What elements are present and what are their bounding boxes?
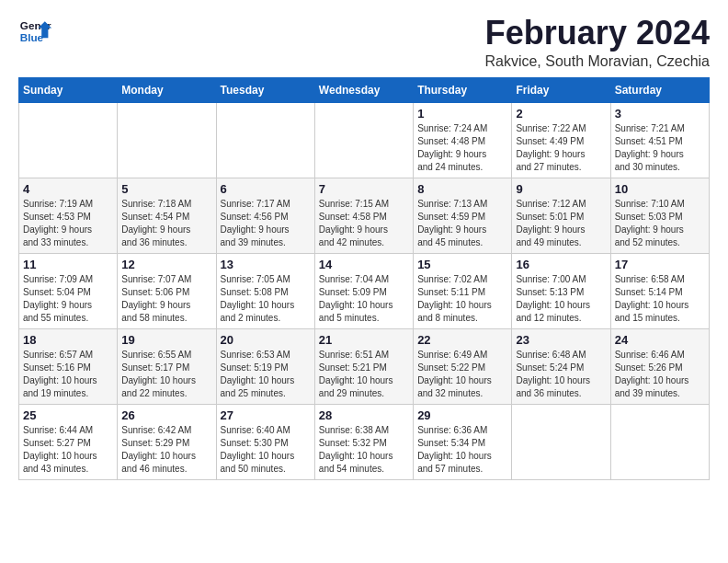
calendar-cell: 5Sunrise: 7:18 AM Sunset: 4:54 PM Daylig… [118, 178, 216, 253]
svg-text:Blue: Blue [20, 31, 44, 43]
day-info: Sunrise: 6:36 AM Sunset: 5:34 PM Dayligh… [417, 424, 507, 476]
calendar-table: SundayMondayTuesdayWednesdayThursdayFrid… [18, 77, 710, 480]
day-number: 9 [516, 182, 606, 196]
day-number: 28 [319, 408, 409, 422]
calendar-cell: 25Sunrise: 6:44 AM Sunset: 5:27 PM Dayli… [19, 404, 118, 479]
day-number: 19 [121, 333, 211, 347]
day-number: 12 [121, 258, 211, 271]
calendar-cell [216, 102, 314, 178]
day-info: Sunrise: 6:40 AM Sunset: 5:30 PM Dayligh… [221, 424, 311, 476]
day-info: Sunrise: 7:04 AM Sunset: 5:09 PM Dayligh… [319, 273, 409, 325]
calendar-cell: 28Sunrise: 6:38 AM Sunset: 5:32 PM Dayli… [314, 404, 413, 479]
calendar-cell: 18Sunrise: 6:57 AM Sunset: 5:16 PM Dayli… [19, 328, 118, 404]
day-info: Sunrise: 6:46 AM Sunset: 5:26 PM Dayligh… [615, 349, 705, 400]
day-info: Sunrise: 6:57 AM Sunset: 5:16 PM Dayligh… [23, 349, 113, 400]
day-info: Sunrise: 7:17 AM Sunset: 4:56 PM Dayligh… [221, 198, 311, 249]
day-info: Sunrise: 6:49 AM Sunset: 5:22 PM Dayligh… [417, 349, 507, 400]
day-number: 8 [417, 182, 507, 196]
day-number: 25 [23, 408, 113, 422]
calendar-week-row: 4Sunrise: 7:19 AM Sunset: 4:53 PM Daylig… [19, 178, 710, 253]
day-info: Sunrise: 7:09 AM Sunset: 5:04 PM Dayligh… [23, 273, 113, 325]
day-info: Sunrise: 6:42 AM Sunset: 5:29 PM Dayligh… [121, 424, 211, 476]
day-number: 4 [23, 182, 113, 196]
calendar-cell [118, 102, 216, 178]
day-number: 18 [23, 333, 113, 347]
day-number: 23 [516, 333, 606, 347]
day-info: Sunrise: 7:22 AM Sunset: 4:49 PM Dayligh… [516, 122, 606, 174]
day-info: Sunrise: 7:10 AM Sunset: 5:03 PM Dayligh… [615, 198, 705, 249]
calendar-cell: 2Sunrise: 7:22 AM Sunset: 4:49 PM Daylig… [512, 102, 610, 178]
day-number: 22 [417, 333, 507, 347]
calendar-cell: 21Sunrise: 6:51 AM Sunset: 5:21 PM Dayli… [314, 328, 413, 404]
day-info: Sunrise: 7:05 AM Sunset: 5:08 PM Dayligh… [221, 273, 311, 325]
calendar-cell: 24Sunrise: 6:46 AM Sunset: 5:26 PM Dayli… [610, 328, 709, 404]
day-number: 29 [417, 408, 507, 422]
calendar-cell: 27Sunrise: 6:40 AM Sunset: 5:30 PM Dayli… [216, 404, 314, 479]
day-info: Sunrise: 7:07 AM Sunset: 5:06 PM Dayligh… [121, 273, 211, 325]
calendar-week-row: 11Sunrise: 7:09 AM Sunset: 5:04 PM Dayli… [19, 253, 710, 328]
weekday-header: Thursday [414, 77, 512, 102]
calendar-cell [512, 404, 610, 479]
day-info: Sunrise: 6:53 AM Sunset: 5:19 PM Dayligh… [221, 349, 311, 400]
day-number: 2 [516, 107, 606, 121]
day-number: 10 [615, 182, 705, 196]
calendar-cell: 17Sunrise: 6:58 AM Sunset: 5:14 PM Dayli… [610, 253, 709, 328]
weekday-header: Friday [512, 77, 610, 102]
calendar-cell: 3Sunrise: 7:21 AM Sunset: 4:51 PM Daylig… [610, 102, 709, 178]
day-number: 26 [121, 408, 211, 422]
calendar-cell: 16Sunrise: 7:00 AM Sunset: 5:13 PM Dayli… [512, 253, 610, 328]
day-info: Sunrise: 7:02 AM Sunset: 5:11 PM Dayligh… [417, 273, 507, 325]
weekday-header: Monday [118, 77, 216, 102]
day-number: 13 [221, 258, 311, 271]
calendar-cell: 20Sunrise: 6:53 AM Sunset: 5:19 PM Dayli… [216, 328, 314, 404]
calendar-cell: 12Sunrise: 7:07 AM Sunset: 5:06 PM Dayli… [118, 253, 216, 328]
day-number: 5 [121, 182, 211, 196]
calendar-subtitle: Rakvice, South Moravian, Czechia [484, 53, 710, 70]
calendar-cell: 4Sunrise: 7:19 AM Sunset: 4:53 PM Daylig… [19, 178, 118, 253]
day-info: Sunrise: 7:15 AM Sunset: 4:58 PM Dayligh… [319, 198, 409, 249]
logo: General Blue [18, 15, 51, 48]
day-info: Sunrise: 6:58 AM Sunset: 5:14 PM Dayligh… [615, 273, 705, 325]
calendar-week-row: 25Sunrise: 6:44 AM Sunset: 5:27 PM Dayli… [19, 404, 710, 479]
calendar-cell: 6Sunrise: 7:17 AM Sunset: 4:56 PM Daylig… [216, 178, 314, 253]
calendar-cell: 23Sunrise: 6:48 AM Sunset: 5:24 PM Dayli… [512, 328, 610, 404]
calendar-week-row: 1Sunrise: 7:24 AM Sunset: 4:48 PM Daylig… [19, 102, 710, 178]
calendar-cell: 26Sunrise: 6:42 AM Sunset: 5:29 PM Dayli… [118, 404, 216, 479]
day-number: 21 [319, 333, 409, 347]
calendar-week-row: 18Sunrise: 6:57 AM Sunset: 5:16 PM Dayli… [19, 328, 710, 404]
day-number: 27 [221, 408, 311, 422]
day-number: 14 [319, 258, 409, 271]
calendar-cell: 22Sunrise: 6:49 AM Sunset: 5:22 PM Dayli… [414, 328, 512, 404]
calendar-cell: 7Sunrise: 7:15 AM Sunset: 4:58 PM Daylig… [314, 178, 413, 253]
day-info: Sunrise: 6:38 AM Sunset: 5:32 PM Dayligh… [319, 424, 409, 476]
calendar-cell [610, 404, 709, 479]
calendar-cell [314, 102, 413, 178]
calendar-cell: 11Sunrise: 7:09 AM Sunset: 5:04 PM Dayli… [19, 253, 118, 328]
weekday-header: Wednesday [314, 77, 413, 102]
day-info: Sunrise: 7:00 AM Sunset: 5:13 PM Dayligh… [516, 273, 606, 325]
day-number: 15 [417, 258, 507, 271]
day-number: 7 [319, 182, 409, 196]
calendar-cell: 8Sunrise: 7:13 AM Sunset: 4:59 PM Daylig… [414, 178, 512, 253]
day-number: 11 [23, 258, 113, 271]
day-number: 24 [615, 333, 705, 347]
calendar-cell: 19Sunrise: 6:55 AM Sunset: 5:17 PM Dayli… [118, 328, 216, 404]
day-info: Sunrise: 7:12 AM Sunset: 5:01 PM Dayligh… [516, 198, 606, 249]
weekday-header: Sunday [19, 77, 118, 102]
calendar-cell: 14Sunrise: 7:04 AM Sunset: 5:09 PM Dayli… [314, 253, 413, 328]
calendar-cell: 10Sunrise: 7:10 AM Sunset: 5:03 PM Dayli… [610, 178, 709, 253]
day-info: Sunrise: 7:18 AM Sunset: 4:54 PM Dayligh… [121, 198, 211, 249]
day-info: Sunrise: 7:24 AM Sunset: 4:48 PM Dayligh… [417, 122, 507, 174]
day-info: Sunrise: 6:55 AM Sunset: 5:17 PM Dayligh… [121, 349, 211, 400]
header-row: SundayMondayTuesdayWednesdayThursdayFrid… [19, 77, 710, 102]
calendar-cell: 1Sunrise: 7:24 AM Sunset: 4:48 PM Daylig… [414, 102, 512, 178]
calendar-cell: 29Sunrise: 6:36 AM Sunset: 5:34 PM Dayli… [414, 404, 512, 479]
day-info: Sunrise: 6:48 AM Sunset: 5:24 PM Dayligh… [516, 349, 606, 400]
day-info: Sunrise: 6:51 AM Sunset: 5:21 PM Dayligh… [319, 349, 409, 400]
day-info: Sunrise: 6:44 AM Sunset: 5:27 PM Dayligh… [23, 424, 113, 476]
day-number: 6 [221, 182, 311, 196]
day-number: 3 [615, 107, 705, 121]
day-info: Sunrise: 7:21 AM Sunset: 4:51 PM Dayligh… [615, 122, 705, 174]
weekday-header: Tuesday [216, 77, 314, 102]
weekday-header: Saturday [610, 77, 709, 102]
